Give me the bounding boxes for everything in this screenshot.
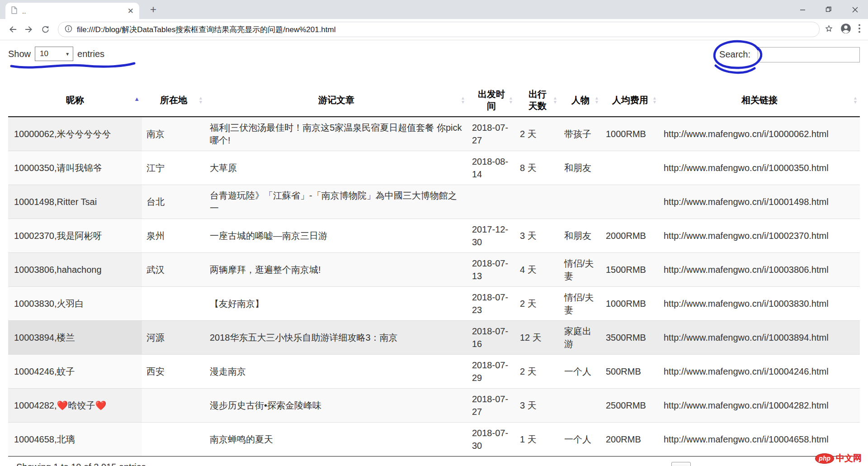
table-row[interactable]: 10001498,Ritter Tsai台北台青遊玩陸》「江蘇省」-「南京博物院…	[8, 185, 860, 219]
table-cell-link: http://www.mafengwo.cn/i/10003830.html	[659, 287, 860, 321]
table-cell-departure-time: 2018-07-29	[467, 355, 515, 389]
column-label: 相关链接	[741, 95, 778, 105]
sort-both-icon: ▲▼	[853, 96, 858, 104]
table-cell-cost-per-person: 1500RMB	[601, 253, 659, 287]
info-icon[interactable]	[65, 25, 72, 34]
table-cell-departure-time: 2018-08-14	[467, 151, 515, 185]
table-cell-departure-time: 2018-07-16	[467, 321, 515, 355]
column-header-travel-days[interactable]: 出行天数▲▼	[515, 84, 560, 117]
table-cell-article: 南京蝉鸣的夏天	[205, 423, 467, 456]
table-cell-companions	[560, 185, 601, 219]
table-cell-nickname: 10001498,Ritter Tsai	[8, 185, 142, 219]
forward-button[interactable]	[21, 21, 37, 38]
page-button-3[interactable]: 3	[714, 462, 732, 466]
back-button[interactable]	[5, 21, 21, 38]
forward-icon	[24, 24, 34, 34]
column-header-companions[interactable]: 人物▲▼	[560, 84, 601, 117]
new-tab-button[interactable]: +	[146, 2, 161, 17]
page-length-control: Show 10 ▼ entries	[8, 47, 104, 61]
table-cell-cost-per-person: 2000RMB	[601, 219, 659, 253]
table-cell-companions: 一个人	[560, 355, 601, 389]
table-cell-departure-time	[467, 185, 515, 219]
table-cell-cost-per-person: 500RMB	[601, 355, 659, 389]
column-header-article[interactable]: 游记文章▲▼	[205, 84, 467, 117]
sort-both-icon: ▲▼	[509, 96, 513, 104]
table-cell-location: 泉州	[142, 219, 205, 253]
column-label: 人均费用	[612, 95, 648, 105]
browser-tab[interactable]: .. ✕	[5, 3, 139, 19]
page-length-select[interactable]: 10 ▼	[35, 47, 73, 61]
table-cell-link: http://www.mafengwo.cn/i/10003806.html	[659, 253, 860, 287]
table-cell-nickname: 10003894,楼兰	[8, 321, 142, 355]
pagination-ellipsis: ...	[775, 462, 788, 466]
table-cell-companions: 带孩子	[560, 117, 601, 151]
column-header-cost-per-person[interactable]: 人均费用▲▼	[601, 84, 659, 117]
column-header-departure-time[interactable]: 出发时间▲▼	[467, 84, 515, 117]
table-cell-article: 福利|三伏泡汤最佳时！南京这5家温泉民宿夏日超值套餐 你pick哪个!	[205, 117, 467, 151]
table-row[interactable]: 10000350,请叫我锦爷江宁大草原2018-08-148 天和朋友http:…	[8, 151, 860, 185]
table-cell-companions: 家庭出游	[560, 321, 601, 355]
table-row[interactable]: 10000062,米兮兮兮兮兮南京福利|三伏泡汤最佳时！南京这5家温泉民宿夏日超…	[8, 117, 860, 151]
tab-close-icon[interactable]: ✕	[127, 7, 134, 15]
search-control: Search:	[717, 47, 860, 62]
page-button-4[interactable]: 4	[734, 462, 753, 466]
page-button-1[interactable]: 1	[671, 462, 691, 466]
table-cell-departure-time: 2017-12-30	[467, 219, 515, 253]
table-cell-location: 武汉	[142, 253, 205, 287]
close-icon	[852, 7, 858, 13]
table-cell-nickname: 10000350,请叫我锦爷	[8, 151, 142, 185]
data-table: 昵称▲所在地▲▼游记文章▲▼出发时间▲▼出行天数▲▼人物▲▼人均费用▲▼相关链接…	[8, 84, 860, 456]
profile-avatar-icon[interactable]	[840, 23, 852, 36]
search-input[interactable]	[758, 47, 860, 62]
table-row[interactable]: 10004658,北璃南京蝉鸣的夏天2018-07-301 天一个人200RMB…	[8, 423, 860, 456]
page-button-previous[interactable]: Previous	[623, 462, 670, 466]
table-cell-departure-time: 2018-07-23	[467, 287, 515, 321]
search-label: Search:	[719, 49, 750, 59]
table-cell-travel-days: 2 天	[515, 355, 560, 389]
table-body: 10000062,米兮兮兮兮兮南京福利|三伏泡汤最佳时！南京这5家温泉民宿夏日超…	[8, 117, 860, 456]
table-cell-cost-per-person: 1000RMB	[601, 117, 659, 151]
table-row[interactable]: 10004246,蚊子西安漫走南京2018-07-292 天一个人500RMBh…	[8, 355, 860, 389]
column-header-link[interactable]: 相关链接▲▼	[659, 84, 860, 117]
table-cell-departure-time: 2018-07-30	[467, 423, 515, 456]
column-label: 出行天数	[528, 89, 547, 111]
table-cell-link: http://www.mafengwo.cn/i/10000062.html	[659, 117, 860, 151]
table-cell-companions: 情侣/夫妻	[560, 287, 601, 321]
table-row[interactable]: 10002370,我是阿彬呀泉州一座古城的唏嘘—南京三日游2017-12-303…	[8, 219, 860, 253]
window-close-button[interactable]	[842, 0, 868, 19]
table-cell-nickname: 10004246,蚊子	[8, 355, 142, 389]
table-cell-companions: 情侣/夫妻	[560, 253, 601, 287]
table-header-row: 昵称▲所在地▲▼游记文章▲▼出发时间▲▼出行天数▲▼人物▲▼人均费用▲▼相关链接…	[8, 84, 860, 117]
table-row[interactable]: 10004282,❤️晗饺子❤️漫步历史古街•探索金陵峰味2018-07-273…	[8, 389, 860, 423]
table-cell-article: 两辆摩拜，逛遍整个南京城!	[205, 253, 467, 287]
sort-both-icon: ▲▼	[461, 96, 465, 104]
window-minimize-button[interactable]	[789, 0, 816, 19]
table-cell-location: 南京	[142, 117, 205, 151]
table-row[interactable]: 10003894,楼兰河源2018华东五大三小快乐自助游详细攻略3：南京2018…	[8, 321, 860, 355]
bookmark-star-icon[interactable]	[824, 24, 834, 35]
column-label: 所在地	[160, 95, 187, 105]
table-cell-departure-time: 2018-07-13	[467, 253, 515, 287]
show-label: Show	[8, 49, 31, 59]
table-cell-travel-days: 3 天	[515, 389, 560, 423]
page-button-292[interactable]: 292	[790, 462, 818, 466]
window-restore-button[interactable]	[816, 0, 842, 19]
reload-button[interactable]	[37, 21, 53, 38]
browser-menu-icon[interactable]	[858, 24, 861, 35]
page-button-2[interactable]: 2	[693, 462, 712, 466]
table-cell-travel-days: 8 天	[515, 151, 560, 185]
table-cell-link: http://www.mafengwo.cn/i/10001498.html	[659, 185, 860, 219]
table-cell-travel-days: 3 天	[515, 219, 560, 253]
table-cell-link: http://www.mafengwo.cn/i/10003894.html	[659, 321, 860, 355]
table-row[interactable]: 10003806,hahachong武汉两辆摩拜，逛遍整个南京城!2018-07…	[8, 253, 860, 287]
page-button-5[interactable]: 5	[755, 462, 774, 466]
table-cell-nickname: 10000062,米兮兮兮兮兮	[8, 117, 142, 151]
table-cell-link: http://www.mafengwo.cn/i/10000350.html	[659, 151, 860, 185]
table-row[interactable]: 10003830,火羽白【友好南京】2018-07-232 天情侣/夫妻1000…	[8, 287, 860, 321]
table-cell-location: 台北	[142, 185, 205, 219]
column-header-nickname[interactable]: 昵称▲	[8, 84, 142, 117]
column-label: 人物	[571, 95, 590, 105]
column-header-location[interactable]: 所在地▲▼	[142, 84, 205, 117]
table-cell-cost-per-person: 2500RMB	[601, 389, 659, 423]
url-bar[interactable]: file:///D:/blog/解决DataTables搜索框查询结果高亮显示的…	[58, 22, 820, 37]
